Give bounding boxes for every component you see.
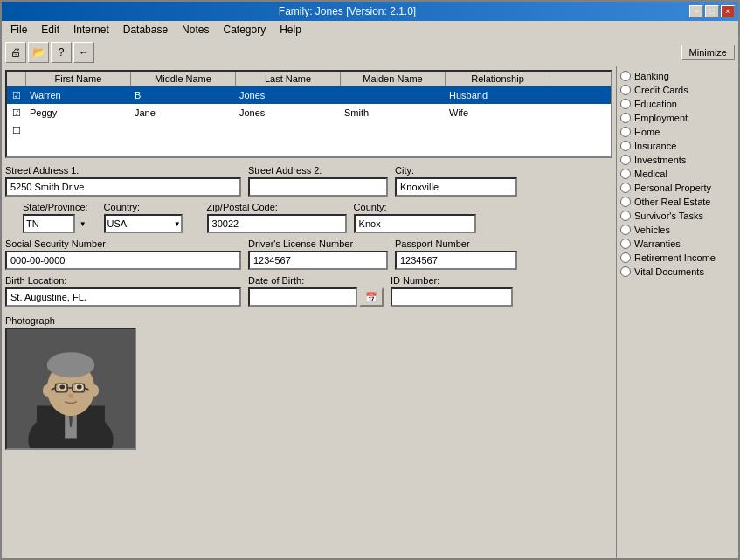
category-banking[interactable]: Banking: [620, 70, 735, 82]
street-address-2-input[interactable]: [248, 177, 388, 197]
category-retirement-income[interactable]: Retirement Income: [620, 252, 735, 264]
category-home-label: Home: [634, 127, 660, 137]
dl-input[interactable]: [248, 251, 388, 270]
category-vehicles[interactable]: Vehicles: [620, 224, 735, 236]
category-vital-documents[interactable]: Vital Documents: [620, 266, 735, 278]
city-input[interactable]: [395, 177, 517, 197]
category-medical[interactable]: Medical: [620, 168, 735, 180]
main-window: Family: Jones [Version: 2.1.0] − □ × Fil…: [0, 0, 740, 560]
print-button[interactable]: 🖨: [5, 42, 26, 63]
cell-maiden: Smith: [341, 107, 446, 119]
street-address-2-label: Street Address 2:: [248, 165, 388, 176]
state-select[interactable]: TN AL GA KY: [23, 214, 75, 233]
radio-personal-property[interactable]: [620, 183, 631, 193]
category-investments[interactable]: Investments: [620, 154, 735, 166]
menu-bar: File Edit Internet Database Notes Catego…: [2, 21, 738, 38]
dob-calendar-button[interactable]: 📅: [359, 287, 384, 307]
radio-retirement-income[interactable]: [620, 252, 631, 263]
radio-survivors-tasks[interactable]: [620, 211, 631, 221]
photo-area: Photograph: [5, 315, 612, 450]
country-select[interactable]: USA Canada UK: [104, 214, 183, 233]
cell-relationship: Wife: [446, 107, 550, 119]
passport-input[interactable]: [395, 251, 517, 270]
category-personal-property[interactable]: Personal Property: [620, 182, 735, 194]
row-check[interactable]: ☑: [7, 90, 26, 101]
street-address-1-input[interactable]: [5, 177, 241, 197]
category-credit-cards[interactable]: Credit Cards: [620, 84, 735, 96]
table-row[interactable]: ☑ Warren B Jones Husband: [7, 86, 611, 104]
category-retirement-income-label: Retirement Income: [634, 252, 716, 263]
radio-other-real-estate[interactable]: [620, 197, 631, 207]
dob-label: Date of Birth:: [248, 275, 384, 286]
ssn-input[interactable]: [5, 251, 241, 270]
row-check[interactable]: ☑: [7, 107, 26, 119]
menu-category[interactable]: Category: [216, 22, 273, 38]
th-relationship: Relationship: [446, 72, 550, 86]
category-warranties[interactable]: Warranties: [620, 238, 735, 250]
help-button[interactable]: ?: [51, 42, 72, 63]
form-section: Street Address 1: Street Address 2: City…: [5, 165, 612, 555]
radio-insurance[interactable]: [620, 141, 631, 151]
birth-location-input[interactable]: [5, 287, 241, 307]
menu-file[interactable]: File: [3, 22, 34, 38]
window-controls: − □ ×: [689, 5, 735, 17]
svg-point-8: [90, 384, 99, 397]
dob-input[interactable]: [248, 287, 357, 307]
radio-banking[interactable]: [620, 71, 631, 81]
category-insurance[interactable]: Insurance: [620, 140, 735, 152]
radio-credit-cards[interactable]: [620, 85, 631, 95]
table-row-empty[interactable]: ☐: [7, 121, 611, 139]
person-photo-svg: [7, 328, 135, 450]
category-medical-label: Medical: [634, 169, 667, 179]
category-education[interactable]: Education: [620, 98, 735, 110]
table-row[interactable]: ☑ Peggy Jane Jones Smith Wife: [7, 104, 611, 121]
zip-field: Zip/Postal Code:: [207, 202, 347, 233]
menu-internet[interactable]: Internet: [66, 22, 116, 38]
radio-vehicles[interactable]: [620, 225, 631, 235]
state-field: State/Province: TN AL GA KY: [23, 202, 88, 233]
category-other-real-estate[interactable]: Other Real Estate: [620, 196, 735, 208]
radio-warranties[interactable]: [620, 239, 631, 249]
radio-vital-documents[interactable]: [620, 266, 631, 277]
maximize-window-button[interactable]: □: [705, 5, 719, 17]
minimize-window-button[interactable]: −: [689, 5, 703, 17]
family-table: First Name Middle Name Last Name Maiden …: [5, 70, 612, 158]
id-number-input[interactable]: [391, 287, 513, 307]
close-window-button[interactable]: ×: [721, 5, 735, 17]
radio-employment[interactable]: [620, 113, 631, 123]
menu-database[interactable]: Database: [116, 22, 175, 38]
radio-medical[interactable]: [620, 169, 631, 179]
ssn-field: Social Security Number:: [5, 239, 241, 270]
category-employment[interactable]: Employment: [620, 112, 735, 124]
city-label: City:: [395, 165, 517, 176]
category-home[interactable]: Home: [620, 126, 735, 138]
passport-field: Passport Number: [395, 239, 517, 270]
county-input[interactable]: [354, 214, 476, 233]
birth-location-field: Birth Location:: [5, 275, 241, 307]
birth-row: Birth Location: Date of Birth: 📅 ID Numb…: [5, 275, 612, 307]
menu-notes[interactable]: Notes: [175, 22, 216, 38]
category-credit-cards-label: Credit Cards: [634, 85, 688, 95]
radio-home[interactable]: [620, 127, 631, 137]
county-label: County:: [354, 202, 476, 212]
category-survivors-tasks[interactable]: Survivor's Tasks: [620, 210, 735, 222]
radio-investments[interactable]: [620, 155, 631, 165]
menu-help[interactable]: Help: [273, 22, 308, 38]
toolbar: 🖨 📂 ? ← Minimize: [2, 38, 738, 66]
radio-education[interactable]: [620, 99, 631, 109]
th-maidenname: Maiden Name: [341, 72, 446, 86]
minimize-button[interactable]: Minimize: [681, 45, 735, 60]
country-select-wrapper: USA Canada UK: [104, 214, 183, 233]
dl-label: Driver's License Number: [248, 239, 388, 249]
open-button[interactable]: 📂: [28, 42, 49, 63]
zip-input[interactable]: [207, 214, 347, 233]
left-panel: First Name Middle Name Last Name Maiden …: [2, 66, 616, 558]
location-row: State/Province: TN AL GA KY Country:: [5, 202, 612, 233]
category-personal-property-label: Personal Property: [634, 183, 711, 193]
back-button[interactable]: ←: [73, 42, 94, 63]
category-survivors-tasks-label: Survivor's Tasks: [634, 211, 703, 221]
category-warranties-label: Warranties: [634, 239, 681, 249]
category-insurance-label: Insurance: [634, 141, 676, 151]
menu-edit[interactable]: Edit: [34, 22, 66, 38]
row-check-empty[interactable]: ☐: [7, 125, 26, 136]
